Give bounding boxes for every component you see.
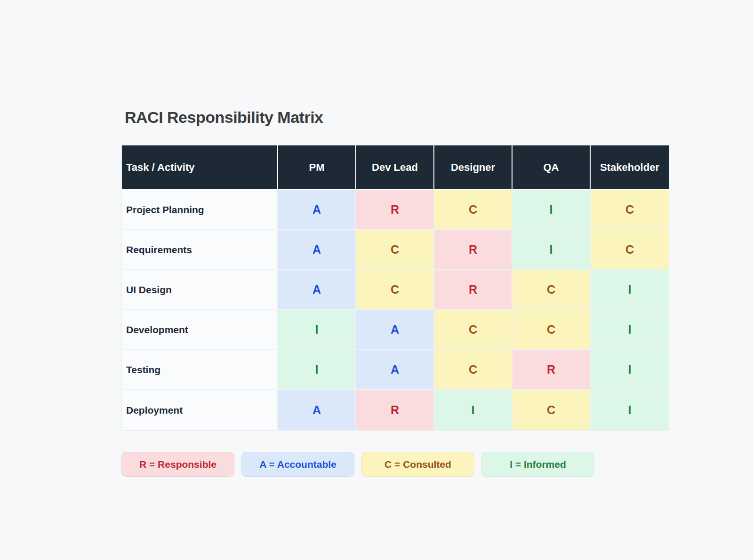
legend-responsible: R = Responsible: [121, 452, 234, 477]
raci-cell-deployment-designer: I: [434, 390, 513, 430]
legend-accountable: A = Accountable: [241, 452, 354, 477]
column-header-dev-lead: Dev Lead: [356, 145, 434, 190]
raci-cell-testing-designer: C: [434, 350, 513, 390]
column-header-pm: PM: [278, 145, 356, 190]
raci-cell-development-pm: I: [278, 310, 356, 350]
task-cell-project-planning: Project Planning: [122, 190, 278, 230]
legend-informed: I = Informed: [481, 452, 594, 477]
column-header-task-activity: Task / Activity: [122, 145, 278, 190]
page-title: RACI Responsibility Matrix: [125, 108, 668, 127]
raci-cell-deployment-pm: A: [278, 390, 356, 430]
raci-table-body: Project PlanningARCICRequirementsACRICUI…: [122, 190, 669, 430]
table-row-development: DevelopmentIACCI: [122, 310, 669, 350]
task-cell-testing: Testing: [122, 350, 278, 390]
raci-cell-ui-design-qa: C: [513, 270, 591, 310]
raci-legend: R = ResponsibleA = AccountableC = Consul…: [121, 452, 668, 477]
column-header-designer: Designer: [434, 145, 513, 190]
raci-cell-testing-stakeholder: I: [591, 350, 669, 390]
header-row: Task / ActivityPMDev LeadDesignerQAStake…: [122, 145, 669, 190]
raci-cell-development-stakeholder: I: [591, 310, 669, 350]
task-cell-requirements: Requirements: [122, 230, 278, 270]
raci-cell-development-dev-lead: A: [356, 310, 434, 350]
column-header-qa: QA: [513, 145, 591, 190]
raci-cell-deployment-dev-lead: R: [356, 390, 434, 430]
table-row-deployment: DeploymentARICI: [122, 390, 669, 430]
raci-cell-requirements-stakeholder: C: [591, 230, 669, 270]
raci-cell-ui-design-stakeholder: I: [591, 270, 669, 310]
raci-cell-project-planning-dev-lead: R: [356, 190, 434, 230]
raci-cell-testing-qa: R: [513, 350, 591, 390]
raci-cell-development-designer: C: [434, 310, 513, 350]
task-cell-deployment: Deployment: [122, 390, 278, 430]
raci-cell-ui-design-pm: A: [278, 270, 356, 310]
raci-table: Task / ActivityPMDev LeadDesignerQAStake…: [121, 145, 669, 431]
task-cell-development: Development: [122, 310, 278, 350]
raci-cell-ui-design-designer: R: [434, 270, 513, 310]
table-row-ui-design: UI DesignACRCI: [122, 270, 669, 310]
raci-cell-requirements-designer: R: [434, 230, 513, 270]
raci-cell-testing-dev-lead: A: [356, 350, 434, 390]
raci-cell-requirements-pm: A: [278, 230, 356, 270]
task-cell-ui-design: UI Design: [122, 270, 278, 310]
raci-cell-project-planning-pm: A: [278, 190, 356, 230]
raci-cell-project-planning-qa: I: [513, 190, 591, 230]
raci-cell-project-planning-designer: C: [434, 190, 513, 230]
raci-cell-project-planning-stakeholder: C: [591, 190, 669, 230]
table-row-testing: TestingIACRI: [122, 350, 669, 390]
table-row-requirements: RequirementsACRIC: [122, 230, 669, 270]
table-row-project-planning: Project PlanningARCIC: [122, 190, 669, 230]
raci-cell-deployment-qa: C: [513, 390, 591, 430]
raci-cell-development-qa: C: [513, 310, 591, 350]
raci-cell-testing-pm: I: [278, 350, 356, 390]
raci-cell-deployment-stakeholder: I: [591, 390, 669, 430]
raci-cell-requirements-qa: I: [513, 230, 591, 270]
legend-consulted: C = Consulted: [361, 452, 474, 477]
raci-table-head: Task / ActivityPMDev LeadDesignerQAStake…: [122, 145, 669, 190]
raci-matrix-page: RACI Responsibility Matrix Task / Activi…: [121, 108, 668, 477]
column-header-stakeholder: Stakeholder: [591, 145, 669, 190]
raci-cell-requirements-dev-lead: C: [356, 230, 434, 270]
raci-cell-ui-design-dev-lead: C: [356, 270, 434, 310]
